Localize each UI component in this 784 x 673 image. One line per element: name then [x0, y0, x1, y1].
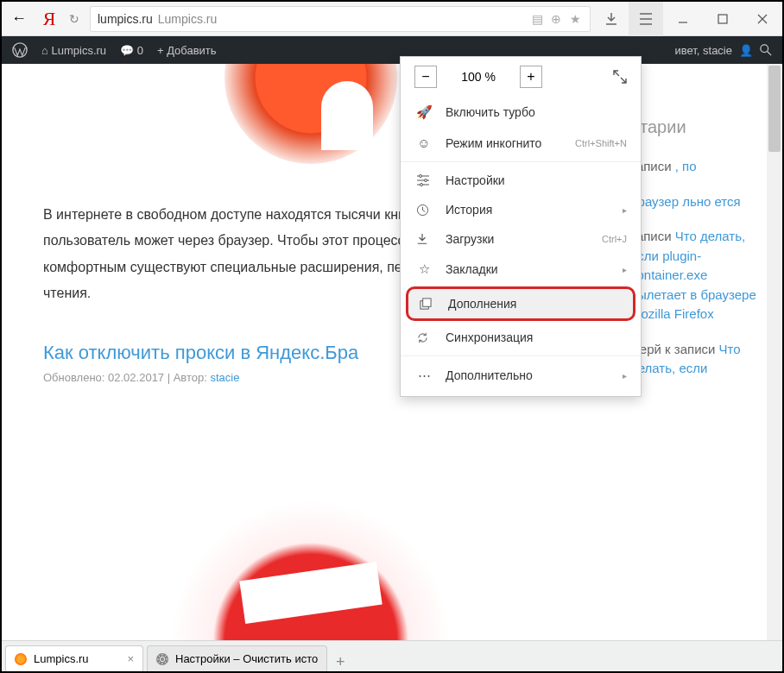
menu-incognito[interactable]: ☺ Режим инкогнито Ctrl+Shift+N: [401, 128, 641, 158]
menu-separator: [401, 355, 641, 356]
new-tab-button[interactable]: +: [327, 653, 353, 671]
sidebar: ентарии записи , по браузер льно ется за…: [620, 64, 767, 640]
minimize-button[interactable]: [663, 2, 703, 36]
incognito-icon: ☺: [416, 135, 432, 150]
fullscreen-button[interactable]: [613, 70, 627, 84]
shortcut-label: Ctrl+Shift+N: [575, 138, 627, 148]
comment-icon: 💬: [120, 44, 134, 57]
zoom-level: 100 %: [452, 70, 504, 84]
bookmark-star-icon[interactable]: ★: [567, 12, 583, 26]
back-button[interactable]: ←: [2, 2, 36, 36]
menu-extensions[interactable]: Дополнения: [406, 286, 635, 321]
sidebar-comment-item: записи Что делать, если plugin-container…: [630, 227, 760, 324]
sidebar-comment-item: записи , по: [630, 157, 760, 177]
rocket-icon: 🚀: [416, 104, 432, 120]
admin-comments[interactable]: 💬 0: [120, 44, 143, 57]
home-icon: ⌂: [41, 44, 48, 57]
tab-strip: Lumpics.ru × Настройки – Очистить исто +: [2, 640, 782, 671]
svg-point-5: [420, 184, 423, 186]
reader-icon[interactable]: ▤: [529, 12, 545, 26]
menu-button[interactable]: [629, 2, 663, 36]
address-domain: lumpics.ru: [98, 12, 153, 26]
wp-admin-bar: ⌂ Lumpics.ru 💬 0 + Добавить ивет, stacie…: [2, 36, 782, 64]
meta-author-link[interactable]: stacie: [211, 371, 240, 384]
menu-bookmarks[interactable]: ☆ Закладки ▸: [401, 254, 641, 285]
tab-label: Настройки – Очистить исто: [175, 652, 318, 665]
search-icon[interactable]: [760, 44, 772, 56]
menu-history[interactable]: История ▸: [401, 195, 641, 224]
scrollbar-thumb[interactable]: [768, 66, 781, 152]
zoom-controls: − 100 % +: [401, 57, 641, 97]
reload-button[interactable]: ↻: [62, 12, 86, 26]
sidebar-comment-item: Серй к записи Что делать, если: [630, 340, 760, 379]
admin-site-link[interactable]: ⌂ Lumpics.ru: [41, 44, 106, 57]
meta-updated: Обновлено: 02.02.2017: [43, 371, 164, 384]
plus-icon: +: [157, 44, 167, 57]
shortcut-label: Ctrl+J: [602, 234, 627, 244]
downloads-button[interactable]: [594, 2, 629, 36]
sidebar-link[interactable]: , по: [675, 159, 697, 173]
chevron-right-icon: ▸: [623, 371, 627, 381]
admin-add-new[interactable]: + Добавить: [157, 44, 217, 57]
tab-active[interactable]: Lumpics.ru ×: [5, 645, 143, 671]
menu-more[interactable]: ⋯ Дополнительно ▸: [401, 360, 641, 391]
menu-separator: [401, 161, 641, 162]
zoom-in-button[interactable]: +: [520, 66, 542, 88]
svg-point-2: [761, 45, 768, 53]
tab-close-button[interactable]: ×: [127, 652, 134, 665]
hero-image-2: [173, 502, 449, 640]
svg-point-9: [160, 657, 164, 661]
download-icon: [416, 233, 432, 245]
wordpress-icon[interactable]: [12, 42, 28, 58]
tab[interactable]: Настройки – Очистить исто: [147, 645, 327, 671]
yandex-logo[interactable]: Я: [36, 8, 62, 30]
chevron-right-icon: ▸: [623, 265, 627, 274]
globe-icon[interactable]: ⊕: [548, 12, 564, 26]
address-bar[interactable]: lumpics.ru Lumpics.ru ▤ ⊕ ★: [90, 6, 591, 32]
address-title: Lumpics.ru: [158, 12, 217, 26]
svg-rect-0: [718, 15, 727, 23]
menu-sync[interactable]: Синхронизация: [401, 323, 641, 352]
svg-point-3: [420, 175, 422, 178]
svg-point-4: [425, 179, 427, 182]
page-content: В интернете в свободном доступе находятс…: [2, 64, 782, 640]
sidebar-heading: ентарии: [630, 88, 760, 140]
meta-author-label: Автор:: [174, 371, 211, 384]
sync-icon: [416, 331, 432, 344]
more-icon: ⋯: [416, 368, 432, 383]
zoom-out-button[interactable]: −: [414, 66, 437, 88]
close-button[interactable]: [743, 2, 782, 36]
menu-downloads[interactable]: Загрузки Ctrl+J: [401, 224, 641, 254]
star-icon: ☆: [416, 261, 432, 277]
sliders-icon: [416, 174, 432, 186]
svg-rect-8: [423, 298, 431, 305]
extensions-icon: [419, 298, 434, 311]
menu-settings[interactable]: Настройки: [401, 166, 641, 195]
sidebar-link[interactable]: браузер льно ется: [630, 194, 741, 209]
gear-icon: [156, 653, 168, 665]
window-controls: [663, 2, 782, 36]
menu-turbo[interactable]: 🚀 Включить турбо: [401, 97, 641, 128]
admin-greeting[interactable]: ивет, stacie: [674, 44, 732, 57]
maximize-button[interactable]: [703, 2, 743, 36]
history-icon: [416, 204, 432, 217]
chevron-right-icon: ▸: [623, 205, 627, 215]
tab-label: Lumpics.ru: [34, 652, 89, 665]
favicon: [15, 653, 27, 665]
user-icon[interactable]: 👤: [739, 44, 753, 57]
browser-titlebar: ← Я ↻ lumpics.ru Lumpics.ru ▤ ⊕ ★: [2, 2, 782, 36]
sidebar-comment-item: браузер льно ется: [630, 192, 760, 212]
main-menu-dropdown: − 100 % + 🚀 Включить турбо ☺ Режим инког…: [400, 56, 642, 397]
vertical-scrollbar[interactable]: [767, 64, 782, 640]
